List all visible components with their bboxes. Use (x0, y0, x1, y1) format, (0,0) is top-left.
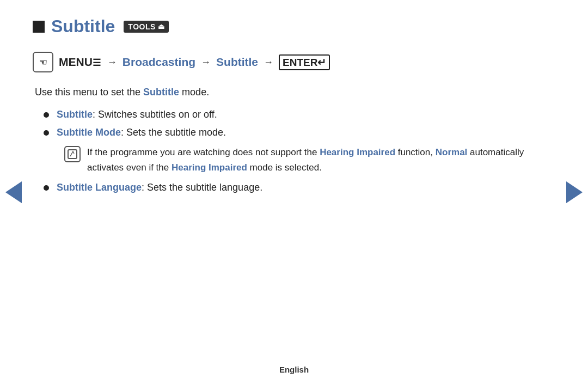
nav-arrow-1: → (107, 57, 117, 68)
note-text-start: If the programme you are watching does n… (87, 147, 320, 157)
note-text-mid1: function, (395, 147, 436, 157)
term-subtitle: Subtitle (57, 109, 93, 120)
enter-box: ENTER↵ (279, 54, 330, 70)
note-block: If the programme you are watching does n… (64, 145, 544, 175)
description-start: Use this menu to set the (35, 87, 143, 97)
list-item: Subtitle Language: Sets the subtitle lan… (44, 182, 544, 193)
svg-rect-0 (68, 150, 77, 159)
previous-page-button[interactable] (5, 181, 22, 203)
list-item-text: Subtitle Mode: Sets the subtitle mode. (57, 127, 226, 138)
black-square-icon (33, 21, 45, 33)
term-subtitle-mode: Subtitle Mode (57, 127, 121, 138)
note-text: If the programme you are watching does n… (87, 145, 544, 175)
nav-broadcasting: Broadcasting (122, 56, 195, 69)
nav-arrow-3: → (264, 57, 273, 68)
page-container: Subtitle TOOLS⏏ ☜ MENU☰ → Broadcasting →… (0, 0, 588, 384)
note-normal: Normal (436, 147, 468, 157)
header-row: Subtitle TOOLS⏏ (33, 16, 544, 36)
list-item: Subtitle Mode: Sets the subtitle mode. (44, 127, 544, 138)
list-item-text: Subtitle Language: Sets the subtitle lan… (57, 182, 262, 193)
list-item: Subtitle: Switches subtitles on or off. (44, 109, 544, 120)
bullet-dot-icon (44, 185, 49, 191)
description-subtitle-link: Subtitle (143, 87, 179, 97)
note-text-end: mode is selected. (247, 162, 322, 173)
note-hearing-impaired-1: Hearing Impaired (320, 147, 395, 157)
page-title: Subtitle (51, 16, 115, 36)
nav-enter: ENTER↵ (279, 54, 330, 70)
note-hearing-impaired-2: Hearing Impaired (171, 162, 247, 173)
nav-subtitle: Subtitle (216, 56, 258, 69)
footer-language: English (279, 365, 309, 374)
bullet-dot-icon (44, 112, 49, 118)
bullet-dot-icon (44, 130, 49, 136)
term-subtitle-language: Subtitle Language (57, 182, 142, 193)
tools-label: TOOLS (128, 22, 155, 31)
note-item: If the programme you are watching does n… (44, 145, 544, 175)
list-item-text: Subtitle: Switches subtitles on or off. (57, 109, 217, 120)
description-end: mode. (179, 87, 209, 97)
tools-badge: TOOLS⏏ (124, 21, 169, 33)
bullet-list: Subtitle: Switches subtitles on or off. … (44, 109, 544, 193)
next-page-button[interactable] (566, 181, 583, 203)
menu-icon: ☜ (33, 52, 53, 72)
tools-icon: ⏏ (158, 22, 165, 31)
breadcrumb: ☜ MENU☰ → Broadcasting → Subtitle → ENTE… (33, 52, 544, 72)
note-icon (64, 146, 81, 162)
nav-arrow-2: → (201, 57, 211, 68)
menu-label: MENU☰ (59, 56, 102, 69)
description-text: Use this menu to set the Subtitle mode. (35, 87, 544, 98)
